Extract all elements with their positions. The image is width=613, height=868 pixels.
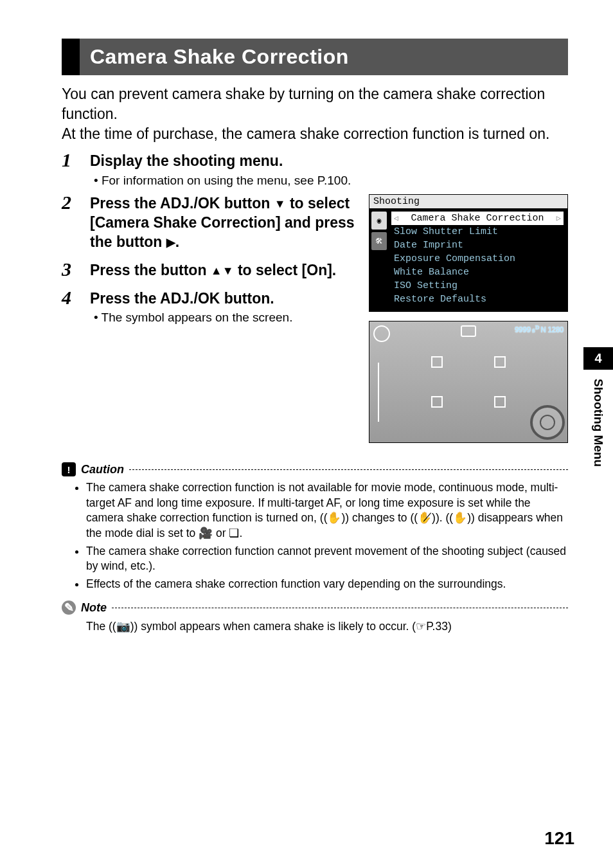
caution-item: The camera shake correction function can… [86, 544, 568, 574]
section-title-bar: Camera Shake Correction [62, 39, 568, 75]
menu-item: Date Imprint [391, 239, 564, 252]
step-2-end: . [175, 233, 179, 250]
note-block: ✎ Note The ((📷)) symbol appears when cam… [62, 601, 568, 635]
symbol-highlight-icon [530, 405, 565, 440]
caution-label: Caution [81, 463, 124, 476]
step-3-pre: Press the button [90, 262, 211, 278]
step-1-sub: For information on using the menu, see P… [90, 174, 568, 188]
step-3-head: Press the button ▲▼ to select [On]. [90, 261, 356, 280]
menu-item: Exposure Compensation [391, 252, 564, 266]
side-chapter-label: Shooting Menu [583, 370, 613, 476]
menu-item: Slow Shutter Limit [391, 225, 564, 239]
section-title: Camera Shake Correction [80, 39, 568, 75]
step-4-sub: The symbol appears on the screen. [90, 311, 356, 325]
menu-left-arrow-icon: ◁ [394, 213, 398, 223]
note-label: Note [81, 601, 107, 615]
menu-item-selected: ◁ Camera Shake Correction ▷ [391, 212, 564, 225]
step-4-number: 4 [62, 287, 71, 309]
down-arrow-icon: ▼ [274, 197, 286, 212]
divider [129, 469, 568, 470]
caution-icon: ! [62, 462, 76, 476]
step-1: Display the shooting menu. For informati… [62, 152, 568, 188]
up-down-arrow-icon: ▲▼ [211, 264, 234, 278]
camera-tab-icon: ◉ [371, 212, 387, 230]
menu-screenshot: Shooting ◉ 🛠 ◁ Camera Shake Correction [369, 194, 568, 312]
side-tab: 4 Shooting Menu [583, 347, 613, 476]
menu-selected-label: Camera Shake Correction [411, 213, 544, 224]
menu-item: ISO Setting [391, 279, 564, 293]
menu-tabs: ◉ 🛠 [369, 209, 389, 311]
liveview-screenshot: 9999 ᵴᴰ N 1280 [369, 321, 568, 443]
menu-item: White Balance [391, 266, 564, 279]
note-icon: ✎ [62, 601, 76, 615]
step-row-2-4: Press the ADJ./OK button ▼ to select [Ca… [62, 194, 568, 443]
setup-tab-icon: 🛠 [371, 232, 387, 250]
right-arrow-icon: ▶ [166, 235, 175, 250]
divider [112, 608, 568, 608]
intro-text: You can prevent camera shake by turning … [62, 84, 568, 144]
caution-item: Effects of the camera shake correction f… [86, 577, 568, 592]
caution-block: ! Caution The camera shake correction fu… [62, 462, 568, 592]
remaining-shots-label: 9999 ᵴᴰ N 1280 [515, 325, 564, 334]
caution-item: The camera shake correction function is … [86, 480, 568, 541]
title-accent [62, 39, 80, 75]
menu-title: Shooting [369, 195, 567, 209]
side-chapter-number: 4 [583, 347, 613, 370]
step-2-head: Press the ADJ./OK button ▼ to select [Ca… [90, 194, 356, 252]
page-number: 121 [544, 828, 574, 849]
shake-correction-icon [373, 325, 390, 342]
menu-item: Restore Defaults [391, 293, 564, 306]
step-2-pre: Press the ADJ./OK button [90, 195, 274, 212]
step-4-head: Press the ADJ./OK button. [90, 289, 356, 309]
note-text: The ((📷)) symbol appears when camera sha… [86, 619, 568, 635]
menu-list: ◁ Camera Shake Correction ▷ Slow Shutter… [389, 209, 567, 311]
zoom-indicator-icon [375, 351, 382, 433]
step-1-head: Display the shooting menu. [90, 152, 568, 171]
step-3-number: 3 [62, 258, 71, 280]
step-3-post: to select [On]. [234, 262, 337, 278]
camera-mode-icon [461, 325, 476, 337]
menu-right-arrow-icon: ▷ [556, 213, 561, 223]
